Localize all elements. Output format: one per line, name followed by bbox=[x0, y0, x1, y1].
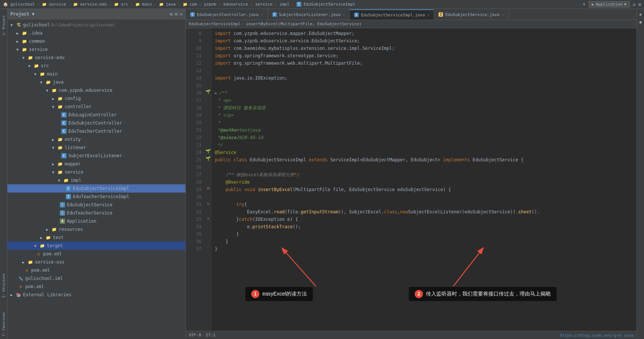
tree-item-EduSubjectService[interactable]: I EduSubjectService bbox=[7, 201, 185, 209]
tree-item-impl[interactable]: ▼ 📁 impl bbox=[7, 176, 185, 184]
tree-item-mapper[interactable]: ▶ 📁 mapper bbox=[7, 160, 185, 168]
tree-item-service-oss[interactable]: ▶ 📁 service-oss bbox=[7, 258, 185, 266]
tree-item-pom-root[interactable]: m pom.xml bbox=[7, 282, 185, 291]
favorites-sidebar-icon[interactable]: 7: Favorites bbox=[0, 309, 7, 339]
tree-item-SubjectExcelListener[interactable]: C SubjectExcelListener bbox=[7, 152, 185, 160]
gutter-debug-29[interactable]: ⚙ bbox=[204, 184, 212, 192]
breadcrumb-service[interactable]: service bbox=[49, 2, 66, 7]
code-line-29: public void insertByExcel(MultipartFile … bbox=[212, 186, 637, 193]
tab-icon-SubjectExcelListener: C bbox=[272, 12, 277, 17]
gutter: 🌱 🌱 🌱 ⚙ ⚠ ⚠ bbox=[204, 28, 212, 331]
tree-item-EduTeacherServiceImpl[interactable]: C EduTeacherServiceImpl bbox=[7, 193, 185, 201]
close-icon[interactable]: ✕ bbox=[180, 12, 182, 17]
tab-EduSubjectServiceImpl[interactable]: C EduSubjectServiceImpl.java ✕ bbox=[350, 9, 434, 20]
tree-item-java[interactable]: ▼ 📁 java bbox=[7, 78, 185, 86]
tree-item-common[interactable]: ▶ 📁 common bbox=[7, 37, 185, 45]
breadcrumb-yzpnb[interactable]: yzpnb bbox=[204, 2, 216, 7]
xml-icon-pom-root: m bbox=[18, 284, 24, 290]
tab-EduSubjectService[interactable]: I EduSubjectService.java ✕ bbox=[434, 9, 509, 20]
folder-icon-service-inner: 📁 bbox=[57, 169, 63, 175]
breadcrumb-com[interactable]: com bbox=[190, 2, 197, 7]
refresh-icon[interactable]: ↺ bbox=[633, 2, 635, 7]
tab-icon-EduSubjectController: C bbox=[190, 12, 195, 17]
breadcrumb-service2[interactable]: service bbox=[255, 2, 272, 7]
tree-item-EduTeacherService[interactable]: I EduTeacherService bbox=[7, 209, 185, 217]
label-resources: resources bbox=[59, 227, 83, 232]
breadcrumb-java[interactable]: java bbox=[166, 2, 176, 7]
tree-item-EduLoginController[interactable]: C EduLoginController bbox=[7, 111, 185, 119]
code-line-11: import org.springframework.stereotype.Se… bbox=[212, 52, 637, 59]
class-icon-EduLoginController: C bbox=[61, 112, 67, 118]
status-link[interactable]: https://blog.csdn.net/grd_java bbox=[560, 333, 634, 338]
tab-close-EduSubjectService[interactable]: ✕ bbox=[502, 13, 504, 17]
breadcrumb-gulischool[interactable]: gulischool bbox=[10, 2, 35, 7]
tree-item-EduSubjectController[interactable]: C EduSubjectController bbox=[7, 119, 185, 127]
breadcrumb-main[interactable]: main bbox=[142, 2, 152, 7]
tree-item-entity[interactable]: ▶ 📁 entity bbox=[7, 135, 185, 143]
tree-item-config[interactable]: ▶ 📁 config bbox=[7, 94, 185, 103]
tree-item-listener[interactable]: ▼ 📁 listener bbox=[7, 143, 185, 152]
application-dropdown[interactable]: ▶ Application ▼ bbox=[589, 1, 630, 7]
code-line-32: EasyExcel.read(file.getInputStream(), Su… bbox=[212, 208, 637, 216]
tree-item-service-inner[interactable]: ▼ 📁 service bbox=[7, 168, 185, 176]
tree-item-external-libraries[interactable]: ▶ 📚 External Libraries bbox=[7, 291, 185, 299]
label-idea: .idea bbox=[29, 30, 42, 36]
breadcrumb-service-edu[interactable]: service-edu bbox=[80, 2, 107, 7]
project-sidebar-icon[interactable]: 1: Project bbox=[0, 10, 7, 40]
tree-item-gulischool-iml[interactable]: 🔧 gulischool.iml bbox=[7, 274, 185, 282]
tree-item-target[interactable]: ▼ 📁 target bbox=[7, 242, 185, 250]
tab-close-SubjectExcelListener[interactable]: ✕ bbox=[343, 13, 345, 17]
tree-item-pom-service[interactable]: m pom.xml bbox=[7, 266, 185, 274]
tree-item-controller[interactable]: ▼ 📁 controller bbox=[7, 103, 185, 111]
settings-icon[interactable]: ⚙ bbox=[638, 2, 641, 7]
nav-back-icon[interactable]: ⬆ bbox=[583, 1, 586, 7]
tab-SubjectExcelListener[interactable]: C SubjectExcelListener.java ✕ bbox=[268, 9, 350, 20]
gutter-bean-25[interactable]: 🌱 bbox=[204, 155, 212, 162]
tree-item-EduSubjectServiceImpl[interactable]: C EduSubjectServiceImpl bbox=[7, 184, 185, 193]
gutter-bean-24[interactable]: 🌱 bbox=[204, 147, 212, 155]
tree-item-src[interactable]: ▼ 📁 src bbox=[7, 62, 185, 70]
gutter-bean-16[interactable]: 🌱 bbox=[204, 88, 212, 95]
tab-close-EduSubjectController[interactable]: ✕ bbox=[261, 13, 263, 17]
tree-item-test[interactable]: ▶ 📁 test bbox=[7, 233, 185, 242]
tab-close-EduSubjectServiceImpl[interactable]: ✕ bbox=[427, 13, 429, 17]
tree-item-com-yzpnb[interactable]: ▼ 📁 com.yzpnb.eduservice bbox=[7, 86, 185, 94]
arrow-com-yzpnb: ▼ bbox=[46, 88, 51, 93]
breadcrumb-editor-class[interactable]: EduSubjectServiceImpl bbox=[189, 22, 240, 26]
project-icon: 🏠 bbox=[3, 2, 8, 7]
breadcrumb-editor-method[interactable]: insertByExcel(MultipartFile, EduSubjectS… bbox=[246, 22, 362, 26]
right-sidebar-icon-2[interactable]: ● bbox=[637, 19, 644, 25]
tree-item-idea[interactable]: ▶ 📁 .idea bbox=[7, 29, 185, 37]
gutter-warning-31[interactable]: ⚠ bbox=[204, 199, 212, 207]
folder-icon-1: 📁 bbox=[42, 2, 46, 6]
arrow-impl: ▼ bbox=[58, 178, 63, 183]
breadcrumb-classname[interactable]: EduSubjectServiceImpl bbox=[304, 2, 355, 7]
arrow-gulischool: ▼ bbox=[10, 23, 16, 27]
label-pom-root: pom.xml bbox=[25, 284, 44, 289]
tree-item-service[interactable]: ▼ 📁 service bbox=[7, 45, 185, 54]
label-listener: listener bbox=[65, 145, 86, 150]
breadcrumb-src[interactable]: src bbox=[121, 2, 128, 7]
label-service-inner: service bbox=[65, 170, 84, 175]
breadcrumb-impl[interactable]: impl bbox=[279, 2, 289, 7]
collapse-icon[interactable]: ⊟ bbox=[175, 12, 178, 17]
tree-item-EduTeacherController[interactable]: C EduTeacherController bbox=[7, 127, 185, 135]
code-line-16: ▶/** bbox=[212, 89, 637, 97]
code-content[interactable]: import com.yzpnb.eduservice.mapper.EduSu… bbox=[212, 28, 637, 331]
structure-sidebar-icon[interactable]: 2: Structure bbox=[0, 271, 7, 300]
folder-icon-java: 📁 bbox=[45, 79, 51, 85]
tab-EduSubjectController[interactable]: C EduSubjectController.java ✕ bbox=[186, 9, 268, 20]
breadcrumb-eduservice[interactable]: eduservice bbox=[223, 2, 248, 7]
gutter-warning-33[interactable]: ⚠ bbox=[204, 214, 212, 222]
code-editor[interactable]: 8 9 10 11 12 13 14 15 16 17 18 19 20 21 … bbox=[186, 28, 637, 331]
tree-item-resources[interactable]: ▶ 📁 resources bbox=[7, 225, 185, 233]
right-sidebar-icon-1[interactable]: ▲ bbox=[637, 10, 644, 17]
tree-item-main[interactable]: ▼ 📁 main bbox=[7, 70, 185, 78]
sep2: › bbox=[68, 2, 71, 7]
tree-item-gulischool[interactable]: ▼ 🏗 gulischool D:\IdeaProjects\gulischoo… bbox=[7, 21, 185, 29]
tree-item-pom-service-edu[interactable]: m pom.xml bbox=[7, 250, 185, 258]
gear-icon[interactable]: ⚙ bbox=[170, 12, 172, 17]
tree-item-service-edu[interactable]: ▼ 📁 service-edu bbox=[7, 54, 185, 62]
code-line-15 bbox=[212, 82, 637, 89]
tree-item-Application[interactable]: A Application bbox=[7, 217, 185, 225]
